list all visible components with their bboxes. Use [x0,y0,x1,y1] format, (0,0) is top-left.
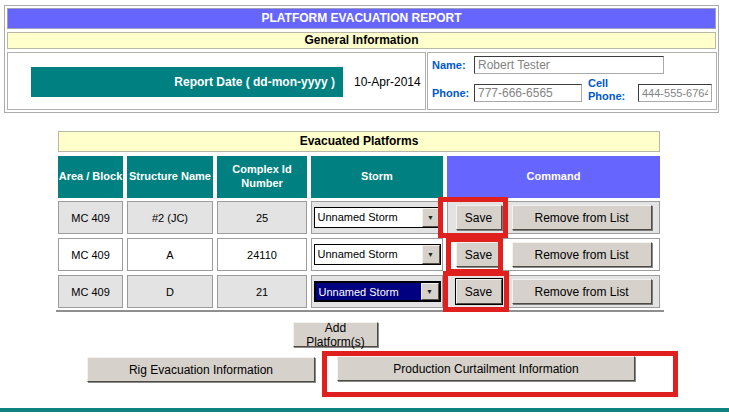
complex-id-cell: 21 [217,275,307,308]
add-platforms-button[interactable]: Add Platform(s) [293,322,378,347]
column-header-storm: Storm [311,156,443,198]
remove-from-list-button[interactable]: Remove from List [512,205,652,230]
name-label: Name: [432,59,466,71]
area-block-cell: MC 409 [58,201,123,234]
storm-select-value: Unnamed Storm [316,283,421,300]
general-info-header: General Information [7,32,716,49]
name-input[interactable] [474,56,664,74]
column-header-command: Command [447,156,660,198]
annotation-box-save-row3 [443,271,509,312]
remove-from-list-button[interactable]: Remove from List [512,242,652,267]
column-header-area-block: Area / Block [58,156,123,198]
annotation-box-save-row1 [438,197,508,238]
area-block-cell: MC 409 [58,275,123,308]
table-bottom-border [56,310,664,312]
remove-from-list-button[interactable]: Remove from List [512,279,652,304]
structure-name-cell: D [127,275,213,308]
page-title: PLATFORM EVACUATION REPORT [7,8,716,29]
dropdown-arrow-icon[interactable]: ▼ [422,208,440,227]
complex-id-cell: 25 [217,201,307,234]
structure-name-cell: #2 (JC) [127,201,213,234]
dropdown-arrow-icon[interactable]: ▼ [421,283,439,300]
cell-phone-label: Cell Phone: [588,77,634,103]
bottom-divider [0,408,729,412]
storm-cell: Unnamed Storm ▼ [311,275,443,308]
evacuated-platforms-header: Evacuated Platforms [58,131,660,152]
storm-select[interactable]: Unnamed Storm ▼ [314,281,441,302]
storm-select-value: Unnamed Storm [315,208,422,227]
rig-evacuation-button[interactable]: Rig Evacuation Information [87,357,315,382]
complex-id-cell: 24110 [217,238,307,271]
storm-cell: Unnamed Storm ▼ [311,201,443,234]
area-block-cell: MC 409 [58,238,123,271]
storm-select-value: Unnamed Storm [315,245,422,264]
report-date-label: Report Date ( dd-mon-yyyy ) [31,67,343,97]
structure-name-cell: A [127,238,213,271]
report-date-cell: Report Date ( dd-mon-yyyy ) 10-Apr-2014 [7,52,426,110]
phone-label: Phone: [432,87,469,99]
annotation-box-production-curtailment [322,351,678,397]
storm-select[interactable]: Unnamed Storm ▼ [314,244,441,265]
report-date-value: 10-Apr-2014 [354,67,421,97]
column-header-complex-id: Complex Id Number [217,156,307,198]
annotation-box-save-row2 [446,237,503,274]
cell-phone-input[interactable] [638,84,712,102]
column-header-structure-name: Structure Name [127,156,213,198]
dropdown-arrow-icon[interactable]: ▼ [422,245,440,264]
storm-cell: Unnamed Storm ▼ [311,238,443,271]
phone-input[interactable] [474,84,582,102]
storm-select[interactable]: Unnamed Storm ▼ [314,207,441,228]
contact-info-cell: Name: Phone: Cell Phone: [427,52,717,110]
